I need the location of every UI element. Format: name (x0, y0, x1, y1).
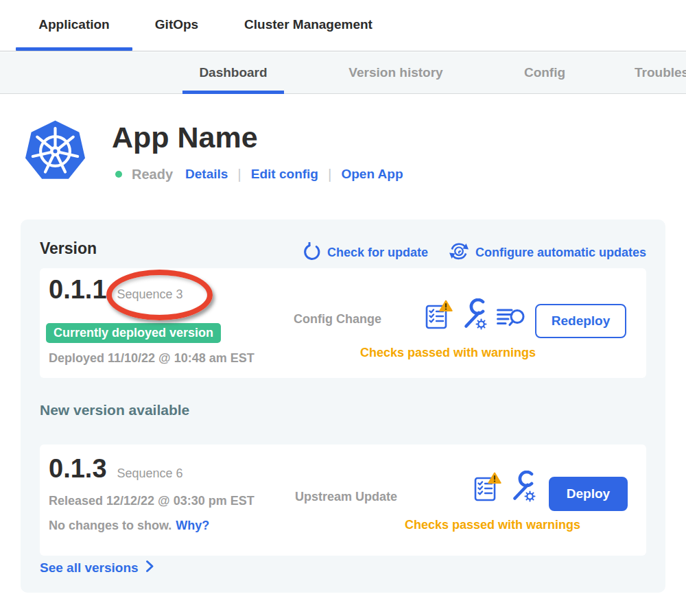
primary-nav: Application GitOps Cluster Management (0, 0, 686, 51)
current-version-row: 0.1.1 Sequence 3 Currently deployed vers… (40, 268, 646, 378)
open-app-link[interactable]: Open App (341, 167, 403, 182)
configure-automatic-updates-link[interactable]: Configure automatic updates (449, 241, 646, 265)
currently-deployed-badge: Currently deployed version (46, 323, 221, 343)
available-checks-status: Checks passed with warnings (383, 518, 602, 532)
current-version-line: 0.1.1 Sequence 3 (49, 275, 183, 305)
tab-cluster-management[interactable]: Cluster Management (228, 17, 389, 32)
available-version-source: Upstream Update (295, 490, 397, 504)
deploy-button[interactable]: Deploy (549, 477, 628, 511)
deployed-timestamp: Deployed 11/10/22 @ 10:48 am EST (49, 351, 255, 366)
version-card-actions: Check for update Configure automatic upd… (303, 241, 646, 265)
preflight-checklist-warning-icon[interactable] (425, 300, 453, 330)
see-all-versions-label: See all versions (40, 560, 139, 576)
version-card-title: Version (40, 239, 97, 258)
active-subtab-underline (182, 91, 284, 94)
current-version-sequence: Sequence 3 (117, 287, 183, 302)
app-status-row: Ready Details | Edit config | Open App (115, 166, 403, 182)
check-for-update-label: Check for update (327, 246, 428, 260)
config-wrench-gear-icon[interactable] (462, 298, 488, 330)
edit-config-link[interactable]: Edit config (251, 167, 318, 182)
tab-application[interactable]: Application (16, 17, 132, 32)
status-label: Ready (132, 167, 173, 182)
tab-troubleshoot[interactable]: Troubleshoot (635, 65, 686, 80)
secondary-nav: Dashboard Version history Config Trouble… (0, 52, 686, 94)
tab-version-history[interactable]: Version history (331, 65, 461, 80)
no-changes-label: No changes to show. (49, 519, 172, 532)
current-version-number: 0.1.1 (49, 275, 107, 305)
available-version-line: 0.1.3 Sequence 6 (49, 454, 183, 484)
current-version-check-icons (425, 298, 525, 330)
version-card: Version Check for update (21, 220, 665, 593)
page-title: App Name (112, 121, 258, 154)
available-version-row: 0.1.3 Sequence 6 Released 12/12/22 @ 03:… (40, 445, 646, 556)
divider: | (328, 166, 331, 182)
ready-status-dot-icon (115, 171, 122, 178)
redeploy-button[interactable]: Redeploy (535, 304, 626, 338)
chevron-right-icon (145, 560, 154, 576)
tab-dashboard[interactable]: Dashboard (182, 65, 284, 80)
divider: | (237, 166, 241, 182)
available-version-number: 0.1.3 (49, 454, 107, 484)
configure-automatic-updates-label: Configure automatic updates (475, 246, 646, 260)
config-wrench-gear-icon[interactable] (510, 471, 536, 502)
active-tab-underline (16, 47, 132, 51)
no-changes-text: No changes to show.Why? (49, 519, 209, 533)
details-link[interactable]: Details (185, 167, 228, 182)
available-version-check-icons (473, 471, 536, 502)
tab-gitops[interactable]: GitOps (141, 17, 213, 32)
current-checks-status: Checks passed with warnings (314, 346, 582, 360)
preflight-checklist-warning-icon[interactable] (473, 472, 501, 502)
diff-view-magnifier-icon[interactable] (497, 305, 525, 330)
tab-config[interactable]: Config (504, 65, 586, 80)
see-all-versions-link[interactable]: See all versions (40, 560, 154, 576)
new-version-heading: New version available (40, 402, 189, 418)
refresh-icon (303, 242, 321, 264)
kubernetes-logo-icon (23, 118, 87, 187)
released-timestamp: Released 12/12/22 @ 03:30 pm EST (49, 494, 255, 508)
auto-update-clock-icon (449, 241, 469, 265)
available-version-sequence: Sequence 6 (117, 466, 183, 481)
current-version-source: Config Change (294, 312, 381, 327)
why-link[interactable]: Why? (176, 519, 209, 532)
check-for-update-link[interactable]: Check for update (303, 242, 428, 264)
